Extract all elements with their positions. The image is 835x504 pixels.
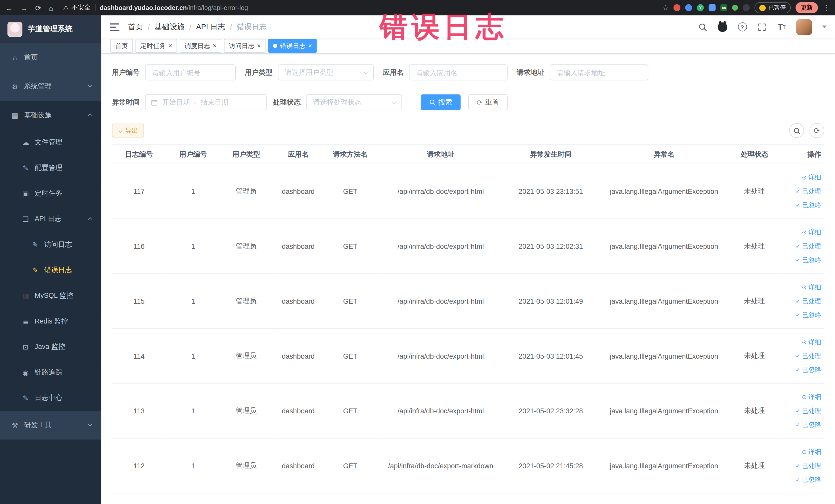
sidebar-item-mysql-monitor[interactable]: ▦ MySQL 监控: [0, 283, 101, 309]
exception-time-range-picker[interactable]: 开始日期 - 结束日期: [145, 94, 267, 110]
ignored-link[interactable]: ✓已忽略: [779, 198, 821, 212]
sidebar-item-error-log[interactable]: ✎ 错误日志: [0, 257, 101, 283]
security-label: 不安全: [72, 3, 90, 12]
sidebar-item-log-center[interactable]: ✎ 日志中心: [0, 385, 101, 411]
sidebar-item-config-manage[interactable]: ✎ 配置管理: [0, 155, 101, 181]
sidebar-item-home[interactable]: ⌂ 首页: [0, 43, 101, 72]
breadcrumb-item[interactable]: 基础设施: [155, 22, 184, 32]
reload-icon[interactable]: ⟳: [35, 3, 41, 12]
processed-link[interactable]: ✓已处理: [779, 184, 821, 198]
extension-icon-green-y[interactable]: Y: [697, 4, 704, 11]
sidebar-item-java-monitor[interactable]: ⊡ Java 监控: [0, 334, 101, 360]
back-icon[interactable]: ←: [5, 3, 13, 12]
grid-icon: ▦: [21, 292, 30, 300]
sidebar-item-tracing[interactable]: ◉ 链路追踪: [0, 360, 101, 385]
extension-icon-on[interactable]: on: [720, 4, 727, 11]
detail-link[interactable]: ⊙详细: [779, 445, 821, 459]
sidebar-item-api-log[interactable]: ❏ API 日志: [0, 206, 101, 232]
cell-exception: java.lang.IllegalArgumentException: [596, 274, 732, 329]
extension-icon-red[interactable]: [674, 4, 680, 11]
paused-badge[interactable]: 已暂停: [754, 2, 791, 13]
app-name-input[interactable]: [409, 64, 507, 80]
gear-icon: ⚙: [11, 82, 19, 90]
sidebar-item-label: 配置管理: [35, 163, 62, 173]
request-url-input[interactable]: [550, 64, 648, 80]
cell-user-type: 管理员: [220, 383, 272, 438]
toggle-search-button[interactable]: [789, 123, 804, 138]
refresh-table-button[interactable]: ⟳: [809, 123, 824, 138]
chevron-up-icon: [88, 113, 93, 118]
export-button[interactable]: ⇩ 导出: [112, 123, 144, 137]
process-status-select[interactable]: 请选择处理状态: [306, 94, 402, 110]
sidebar-item-label: MySQL 监控: [35, 291, 74, 300]
ignored-link[interactable]: ✓已忽略: [779, 363, 821, 377]
search-button[interactable]: 搜索: [421, 94, 461, 110]
user-id-input[interactable]: [145, 64, 236, 80]
bookmark-star-icon[interactable]: ☆: [663, 4, 669, 12]
cell-url: /api/infra/db-doc/export-html: [376, 219, 505, 274]
avatar[interactable]: [796, 19, 812, 35]
home-icon[interactable]: ⌂: [49, 3, 54, 12]
ignored-link[interactable]: ✓已忽略: [779, 473, 821, 486]
reset-button[interactable]: ⟳ 重置: [468, 94, 508, 110]
sidebar-item-file-manage[interactable]: ☁ 文件管理: [0, 129, 101, 155]
processed-link[interactable]: ✓已处理: [779, 239, 821, 253]
address-bar[interactable]: ⚠ 不安全 dashboard.yudao.iocoder.cn/infra/l…: [63, 3, 248, 12]
search-button-label: 搜索: [439, 98, 452, 107]
sidebar-item-system[interactable]: ⚙ 系统管理: [0, 72, 101, 101]
help-icon[interactable]: ?: [737, 22, 748, 32]
detail-link[interactable]: ⊙详细: [779, 225, 821, 239]
processed-link[interactable]: ✓已处理: [779, 404, 821, 418]
detail-link[interactable]: ⊙详细: [779, 335, 821, 349]
forward-icon[interactable]: →: [20, 3, 28, 12]
breadcrumb-item[interactable]: 首页: [128, 22, 143, 32]
sidebar-item-scheduled-jobs[interactable]: ▣ 定时任务: [0, 181, 101, 206]
sidebar-item-redis-monitor[interactable]: ≣ Redis 监控: [0, 308, 101, 334]
text-size-icon[interactable]: TT: [776, 22, 787, 32]
avatar-caret-icon[interactable]: [822, 26, 827, 28]
extension-icon-grid[interactable]: [709, 4, 716, 11]
sidebar-item-infra[interactable]: ▤ 基础设施: [0, 101, 101, 129]
ignored-link[interactable]: ✓已忽略: [779, 253, 821, 267]
extension-icon-paw[interactable]: [743, 4, 750, 11]
tab-error-log[interactable]: 错误日志 ×: [268, 39, 317, 53]
extension-icon-blue[interactable]: [685, 4, 692, 11]
github-icon[interactable]: [717, 22, 728, 32]
check-icon: ✓: [795, 239, 800, 253]
fullscreen-icon[interactable]: [757, 22, 768, 32]
tab-access-log[interactable]: 访问日志 ×: [224, 39, 266, 53]
tab-home[interactable]: 首页: [110, 39, 133, 53]
sidebar-item-label: API 日志: [35, 214, 62, 224]
eye-icon: ⊙: [802, 335, 807, 349]
tab-label: 定时任务: [140, 41, 166, 50]
processed-link[interactable]: ✓已处理: [779, 459, 821, 473]
column-header-actions: 操作: [777, 144, 824, 164]
processed-link[interactable]: ✓已处理: [779, 294, 821, 308]
calendar-icon: [151, 99, 158, 106]
search-icon[interactable]: [697, 22, 708, 32]
sidebar-item-access-log[interactable]: ✎ 访问日志: [0, 232, 101, 258]
tab-dispatch-log[interactable]: 调度日志 ×: [180, 39, 221, 53]
user-type-select[interactable]: 请选择用户类型: [278, 64, 374, 80]
tab-label: 首页: [115, 41, 128, 50]
close-icon[interactable]: ×: [308, 43, 312, 49]
detail-link[interactable]: ⊙详细: [779, 390, 821, 404]
close-icon[interactable]: ×: [257, 43, 261, 49]
breadcrumb-item[interactable]: API 日志: [196, 22, 225, 32]
ignored-link[interactable]: ✓已忽略: [779, 418, 821, 431]
tab-label: 访问日志: [229, 41, 254, 50]
sidebar-item-dev-tools[interactable]: ⚒ 研发工具: [0, 411, 101, 440]
eye-icon: ⊙: [802, 390, 807, 404]
ignored-link[interactable]: ✓已忽略: [779, 308, 821, 322]
update-button[interactable]: 更新: [795, 2, 818, 13]
extension-icon-sprout[interactable]: [732, 5, 738, 11]
detail-link[interactable]: ⊙详细: [779, 280, 821, 294]
column-header: 处理状态: [732, 144, 777, 164]
close-icon[interactable]: ×: [213, 43, 217, 49]
detail-link[interactable]: ⊙详细: [779, 170, 821, 184]
browser-menu-icon[interactable]: ⋮: [823, 4, 830, 12]
tab-scheduled-jobs[interactable]: 定时任务 ×: [136, 39, 177, 53]
close-icon[interactable]: ×: [168, 43, 172, 49]
collapse-sidebar-icon[interactable]: [110, 23, 119, 31]
processed-link[interactable]: ✓已处理: [779, 349, 821, 363]
